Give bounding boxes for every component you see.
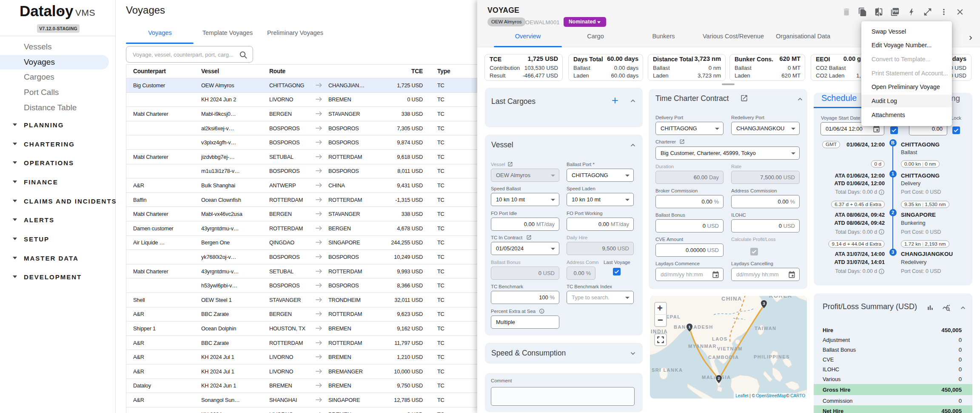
- svg-text:MYANMAR: MYANMAR: [688, 344, 717, 349]
- svg-text:3: 3: [763, 301, 765, 306]
- svg-text:KOREA: KOREA: [769, 296, 792, 299]
- svg-text:CAMBODIA: CAMBODIA: [708, 355, 739, 360]
- svg-text:VIETNAM: VIETNAM: [717, 346, 743, 351]
- svg-text:CHINA: CHINA: [721, 296, 742, 302]
- svg-text:EPAL: EPAL: [666, 314, 681, 319]
- svg-text:1: 1: [688, 324, 691, 329]
- svg-text:TAIWAN: TAIWAN: [755, 326, 777, 331]
- svg-text:SRI LANKA: SRI LANKA: [652, 367, 683, 373]
- svg-text:LAOS: LAOS: [712, 336, 728, 341]
- svg-text:2: 2: [718, 376, 720, 381]
- svg-text:PHILIPPINES: PHILIPPINES: [754, 354, 790, 359]
